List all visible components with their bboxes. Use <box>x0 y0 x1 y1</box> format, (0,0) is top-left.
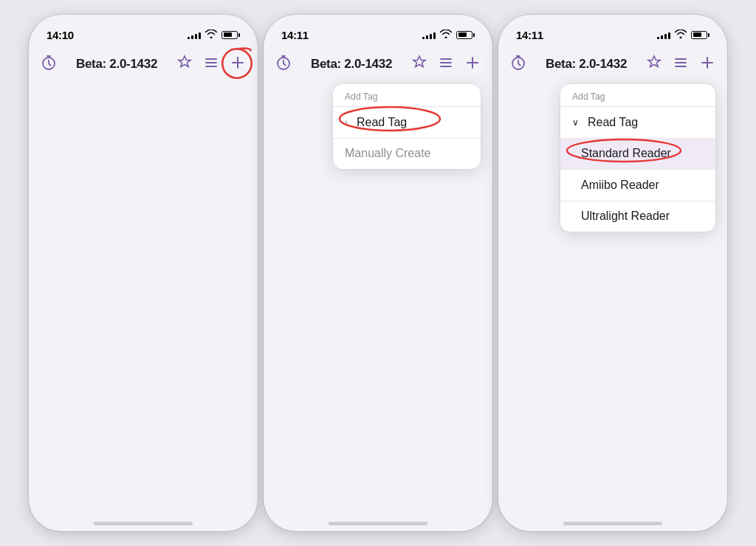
star-icon-2[interactable] <box>411 55 427 75</box>
signal-bars-icon <box>188 30 201 39</box>
plus-icon-1[interactable] <box>230 55 246 75</box>
plus-icon-3[interactable] <box>699 55 715 75</box>
wifi-icon-3 <box>675 30 687 41</box>
nav-bar-2: Beta: 2.0-1432 <box>264 47 492 84</box>
nav-title-2: Beta: 2.0-1432 <box>311 57 392 72</box>
dropdown-header-3: Add Tag <box>560 84 715 106</box>
signal-bars-3-icon <box>657 30 670 39</box>
phone-frame-2: 14:11 <box>264 15 492 531</box>
status-bar-2: 14:11 <box>264 15 492 47</box>
signal-bar-2-1 <box>422 37 425 39</box>
list-icon-3[interactable] <box>673 55 689 75</box>
nav-icons-2 <box>411 55 481 75</box>
chevron-right-icon: › <box>345 117 348 128</box>
manually-create-item[interactable]: Manually Create <box>333 138 481 169</box>
nav-bar-3: Beta: 2.0-1432 <box>498 47 727 84</box>
signal-bars-2-icon <box>422 30 436 39</box>
nav-title-1: Beta: 2.0-1432 <box>76 57 157 72</box>
chevron-down-icon: ∨ <box>572 117 579 128</box>
ultralight-reader-label: Ultralight Reader <box>581 210 670 223</box>
signal-bar-2-4 <box>433 32 436 39</box>
timer-icon-1[interactable] <box>41 55 57 75</box>
amiibo-reader-item[interactable]: Amiibo Reader <box>560 170 715 201</box>
signal-bar-3-2 <box>661 35 663 39</box>
nav-icons-1 <box>176 55 246 75</box>
timer-icon-2[interactable] <box>275 55 292 75</box>
signal-bar-3-4 <box>668 32 670 39</box>
signal-bar-2-3 <box>430 34 432 39</box>
ultralight-reader-item[interactable]: Ultralight Reader <box>560 201 715 232</box>
dropdown-menu-3: Add Tag ∨ Read Tag Standard Reader Amiib… <box>560 84 715 232</box>
signal-bar-1 <box>188 37 190 39</box>
signal-bar-3 <box>195 34 197 39</box>
home-indicator-2 <box>329 522 427 525</box>
battery-icon-2 <box>456 31 475 39</box>
home-indicator-1 <box>94 522 193 525</box>
battery-icon <box>221 31 240 39</box>
signal-bar-3-3 <box>664 34 667 39</box>
status-bar-1: 14:10 <box>29 15 258 47</box>
dropdown-header-2: Add Tag <box>333 84 481 106</box>
signal-bar-2 <box>191 35 193 39</box>
standard-reader-label: Standard Reader <box>581 147 671 160</box>
read-tag-item[interactable]: › Read Tag <box>333 107 481 138</box>
star-icon-3[interactable] <box>646 55 662 75</box>
dropdown-menu-2: Add Tag › Read Tag Manually Create <box>333 84 481 169</box>
screenshots-container: 14:10 <box>0 0 756 546</box>
wifi-icon <box>205 30 217 41</box>
manually-create-label: Manually Create <box>345 147 431 160</box>
status-time-2: 14:11 <box>281 29 309 41</box>
status-icons-2 <box>422 30 475 41</box>
status-time-3: 14:11 <box>516 29 543 41</box>
standard-reader-item[interactable]: Standard Reader <box>560 138 715 169</box>
status-time-1: 14:10 <box>47 29 74 41</box>
timer-icon-3[interactable] <box>510 55 526 75</box>
list-icon-1[interactable] <box>203 55 219 75</box>
read-tag-label: Read Tag <box>357 116 407 129</box>
signal-bar-2-2 <box>426 35 428 39</box>
nav-title-3: Beta: 2.0-1432 <box>546 57 627 72</box>
wifi-icon-2 <box>440 30 452 41</box>
home-indicator-3 <box>563 522 662 525</box>
list-icon-2[interactable] <box>438 55 454 75</box>
phone-frame-3: 14:11 <box>498 15 727 531</box>
status-bar-3: 14:11 <box>498 15 727 47</box>
amiibo-reader-label: Amiibo Reader <box>581 179 659 192</box>
read-tag-expanded-item[interactable]: ∨ Read Tag <box>560 107 715 138</box>
plus-icon-2[interactable] <box>464 55 481 75</box>
nav-bar-1: Beta: 2.0-1432 <box>29 47 258 84</box>
read-tag-expanded-label: Read Tag <box>588 116 638 129</box>
phone-frame-1: 14:10 <box>29 15 258 531</box>
nav-icons-3 <box>646 55 715 75</box>
signal-bar-4 <box>199 32 201 39</box>
star-icon-1[interactable] <box>176 55 193 75</box>
battery-icon-3 <box>691 31 709 39</box>
status-icons-3 <box>657 30 709 41</box>
status-icons-1 <box>188 30 240 41</box>
signal-bar-3-1 <box>657 37 659 39</box>
